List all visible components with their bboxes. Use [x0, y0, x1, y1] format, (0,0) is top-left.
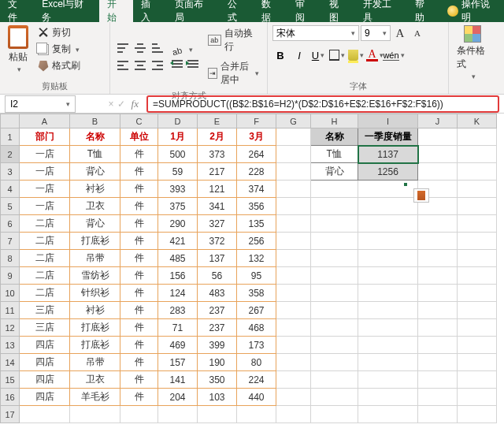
cell[interactable]	[358, 285, 418, 302]
cell[interactable]	[418, 267, 458, 285]
align-left-button[interactable]	[115, 58, 131, 73]
cell[interactable]	[276, 198, 311, 215]
cell[interactable]	[458, 354, 497, 371]
cell[interactable]	[70, 406, 120, 423]
row-header-17[interactable]: 17	[1, 406, 20, 423]
cell[interactable]	[311, 285, 358, 302]
cell[interactable]	[358, 337, 418, 354]
cell[interactable]: 399	[198, 337, 237, 354]
cell[interactable]	[458, 337, 497, 354]
col-header-B[interactable]: B	[70, 114, 120, 128]
phonetic-button[interactable]: wén▾	[386, 47, 402, 63]
cell[interactable]: 393	[158, 181, 198, 198]
tab-review[interactable]: 审阅	[287, 0, 321, 22]
cell[interactable]: 468	[237, 319, 276, 337]
cell[interactable]	[458, 371, 497, 389]
cell[interactable]: 件	[120, 371, 158, 389]
col-header-I[interactable]: I	[358, 114, 418, 128]
tab-data[interactable]: 数据	[254, 0, 287, 22]
cell[interactable]	[358, 267, 418, 285]
cell[interactable]: 四店	[20, 337, 70, 354]
cell[interactable]	[276, 389, 311, 406]
select-all-corner[interactable]	[1, 114, 20, 128]
cell[interactable]	[276, 285, 311, 302]
cell[interactable]	[358, 233, 418, 250]
cell[interactable]: 341	[198, 198, 237, 215]
cell[interactable]: 256	[237, 233, 276, 250]
cell[interactable]: 件	[120, 250, 158, 267]
cell[interactable]	[418, 389, 458, 406]
row-header-3[interactable]: 3	[1, 163, 20, 181]
cell[interactable]: 440	[237, 389, 276, 406]
cell[interactable]: 一店	[20, 146, 70, 163]
cell[interactable]	[311, 198, 358, 215]
cell[interactable]: 469	[158, 337, 198, 354]
cell[interactable]: 2月	[198, 128, 237, 146]
cell[interactable]: 背心	[70, 215, 120, 233]
cell[interactable]: 背心	[70, 163, 120, 181]
cell[interactable]	[311, 181, 358, 198]
cell[interactable]: 374	[237, 181, 276, 198]
cell[interactable]: 衬衫	[70, 302, 120, 319]
cell[interactable]: 358	[237, 285, 276, 302]
orientation-button[interactable]: ab	[170, 44, 183, 58]
cell[interactable]	[358, 371, 418, 389]
cell[interactable]	[276, 319, 311, 337]
cell[interactable]: 背心	[311, 163, 358, 181]
fx-button[interactable]: fx	[128, 98, 142, 110]
cell[interactable]: 124	[158, 285, 198, 302]
cell[interactable]	[311, 406, 358, 423]
cell[interactable]: 237	[198, 319, 237, 337]
cell[interactable]: 件	[120, 354, 158, 371]
cell[interactable]: 264	[237, 146, 276, 163]
cell[interactable]: 件	[120, 267, 158, 285]
cell[interactable]	[276, 302, 311, 319]
cell[interactable]: T恤	[70, 146, 120, 163]
cell[interactable]: 485	[158, 250, 198, 267]
tab-file[interactable]: 文件	[0, 0, 34, 22]
cell[interactable]: 二店	[20, 250, 70, 267]
cell[interactable]	[458, 319, 497, 337]
cell[interactable]	[311, 354, 358, 371]
cell[interactable]: 雪纺衫	[70, 267, 120, 285]
cell[interactable]: 237	[198, 302, 237, 319]
cell[interactable]	[418, 163, 458, 181]
cell[interactable]: 421	[158, 233, 198, 250]
col-header-F[interactable]: F	[237, 114, 276, 128]
cell[interactable]: 件	[120, 319, 158, 337]
copy-button[interactable]: 复制 ▾	[36, 42, 82, 57]
cell[interactable]: 350	[198, 371, 237, 389]
cell[interactable]: 80	[237, 354, 276, 371]
cell[interactable]: 356	[237, 198, 276, 215]
cell[interactable]: 件	[120, 163, 158, 181]
cell[interactable]	[20, 406, 70, 423]
row-header-9[interactable]: 9	[1, 267, 20, 285]
cell[interactable]: 135	[237, 215, 276, 233]
cell[interactable]	[458, 215, 497, 233]
cell[interactable]	[311, 371, 358, 389]
cell[interactable]: 名称	[70, 128, 120, 146]
cell[interactable]	[458, 233, 497, 250]
cell[interactable]: 件	[120, 285, 158, 302]
tell-me[interactable]: 操作说明	[441, 0, 504, 22]
cell[interactable]	[237, 406, 276, 423]
row-header-1[interactable]: 1	[1, 128, 20, 146]
cell[interactable]	[358, 198, 418, 215]
cell[interactable]: 打底衫	[70, 319, 120, 337]
paste-options-button[interactable]	[413, 188, 429, 203]
cell[interactable]: 卫衣	[70, 371, 120, 389]
row-header-16[interactable]: 16	[1, 389, 20, 406]
cell[interactable]	[458, 163, 497, 181]
cell[interactable]	[418, 250, 458, 267]
cell[interactable]: 一店	[20, 181, 70, 198]
cut-button[interactable]: 剪切	[36, 25, 82, 40]
cell[interactable]: 打底衫	[70, 233, 120, 250]
cell[interactable]	[418, 233, 458, 250]
cell[interactable]	[276, 354, 311, 371]
cell[interactable]	[458, 302, 497, 319]
cell[interactable]	[198, 406, 237, 423]
border-button[interactable]: ▾	[329, 47, 345, 63]
cell[interactable]: 件	[120, 215, 158, 233]
row-header-7[interactable]: 7	[1, 233, 20, 250]
cell[interactable]: 375	[158, 198, 198, 215]
